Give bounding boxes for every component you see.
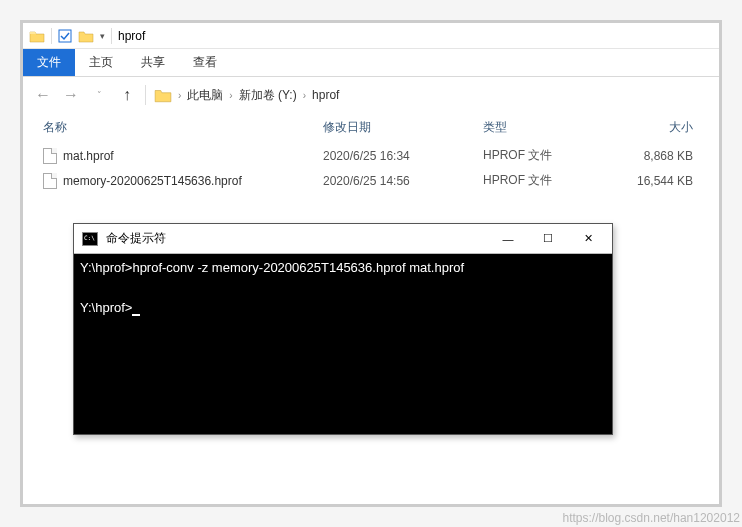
folder-icon bbox=[29, 29, 45, 43]
file-type: HPROF 文件 bbox=[483, 147, 603, 164]
file-size: 16,544 KB bbox=[603, 174, 693, 188]
column-date[interactable]: 修改日期 bbox=[323, 119, 483, 136]
file-row[interactable]: memory-20200625T145636.hprof 2020/6/25 1… bbox=[23, 168, 719, 193]
close-button[interactable]: ✕ bbox=[568, 225, 608, 253]
navigation-bar: ← → ˅ ↑ › 此电脑 › 新加卷 (Y:) › hprof bbox=[23, 77, 719, 113]
explorer-window: ▾ hprof 文件 主页 共享 查看 ← → ˅ ↑ › 此电脑 › 新加卷 … bbox=[20, 20, 722, 507]
folder-icon bbox=[154, 87, 172, 103]
window-controls: — ☐ ✕ bbox=[488, 225, 608, 253]
tab-share[interactable]: 共享 bbox=[127, 49, 179, 76]
quick-folder-icon[interactable] bbox=[78, 29, 94, 43]
recent-dropdown[interactable]: ˅ bbox=[89, 85, 109, 105]
cmd-body[interactable]: Y:\hprof>hprof-conv -z memory-20200625T1… bbox=[74, 254, 612, 434]
command-prompt-window: 命令提示符 — ☐ ✕ Y:\hprof>hprof-conv -z memor… bbox=[73, 223, 613, 435]
file-icon bbox=[43, 173, 57, 189]
tab-view[interactable]: 查看 bbox=[179, 49, 231, 76]
file-date: 2020/6/25 16:34 bbox=[323, 149, 483, 163]
ribbon-tabs: 文件 主页 共享 查看 bbox=[23, 49, 719, 77]
cmd-line: Y:\hprof>hprof-conv -z memory-20200625T1… bbox=[80, 260, 464, 275]
column-headers: 名称 修改日期 类型 大小 bbox=[23, 113, 719, 143]
file-type: HPROF 文件 bbox=[483, 172, 603, 189]
separator bbox=[111, 28, 112, 44]
crumb-folder[interactable]: hprof bbox=[312, 88, 339, 102]
dropdown-icon[interactable]: ▾ bbox=[100, 31, 105, 41]
breadcrumb: › 此电脑 › 新加卷 (Y:) › hprof bbox=[154, 87, 339, 104]
cursor bbox=[132, 314, 140, 316]
tab-home[interactable]: 主页 bbox=[75, 49, 127, 76]
up-button[interactable]: ↑ bbox=[117, 85, 137, 105]
separator bbox=[145, 85, 146, 105]
file-date: 2020/6/25 14:56 bbox=[323, 174, 483, 188]
column-name[interactable]: 名称 bbox=[43, 119, 323, 136]
cmd-title: 命令提示符 bbox=[106, 230, 488, 247]
column-size[interactable]: 大小 bbox=[603, 119, 693, 136]
cmd-icon bbox=[82, 232, 98, 246]
chevron-right-icon[interactable]: › bbox=[229, 90, 232, 101]
cmd-titlebar: 命令提示符 — ☐ ✕ bbox=[74, 224, 612, 254]
crumb-drive[interactable]: 新加卷 (Y:) bbox=[239, 87, 297, 104]
file-name: mat.hprof bbox=[63, 149, 114, 163]
maximize-button[interactable]: ☐ bbox=[528, 225, 568, 253]
separator bbox=[51, 28, 52, 44]
cmd-prompt: Y:\hprof> bbox=[80, 300, 132, 315]
minimize-button[interactable]: — bbox=[488, 225, 528, 253]
window-title: hprof bbox=[118, 29, 145, 43]
tab-file[interactable]: 文件 bbox=[23, 49, 75, 76]
back-button[interactable]: ← bbox=[33, 85, 53, 105]
chevron-right-icon[interactable]: › bbox=[178, 90, 181, 101]
watermark: https://blog.csdn.net/han1202012 bbox=[563, 511, 740, 525]
checkbox-icon[interactable] bbox=[58, 29, 72, 43]
svg-rect-0 bbox=[59, 30, 71, 42]
window-titlebar: ▾ hprof bbox=[23, 23, 719, 49]
crumb-root[interactable]: 此电脑 bbox=[187, 87, 223, 104]
file-row[interactable]: mat.hprof 2020/6/25 16:34 HPROF 文件 8,868… bbox=[23, 143, 719, 168]
column-type[interactable]: 类型 bbox=[483, 119, 603, 136]
forward-button[interactable]: → bbox=[61, 85, 81, 105]
file-name: memory-20200625T145636.hprof bbox=[63, 174, 242, 188]
file-size: 8,868 KB bbox=[603, 149, 693, 163]
file-icon bbox=[43, 148, 57, 164]
chevron-right-icon[interactable]: › bbox=[303, 90, 306, 101]
